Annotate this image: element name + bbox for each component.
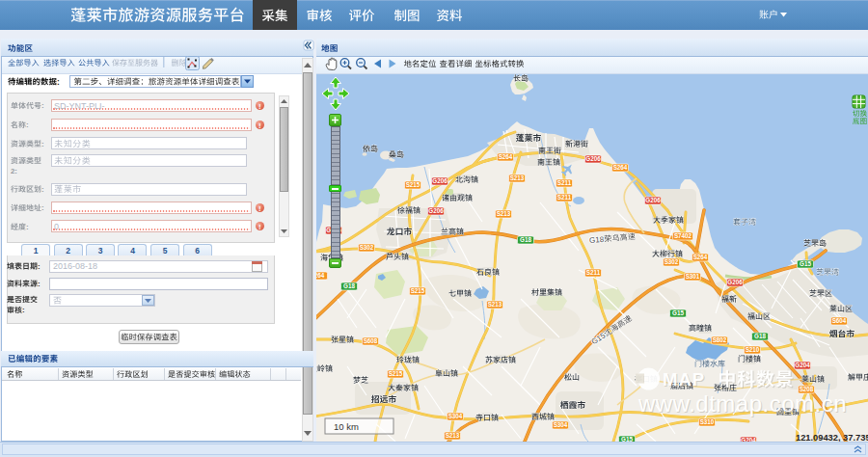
svg-text::: : — [26, 223, 29, 231]
svg-text::: : — [41, 140, 44, 148]
svg-text::: : — [22, 306, 25, 314]
svg-text:5: 5 — [163, 246, 168, 255]
svg-text:1: 1 — [34, 246, 39, 255]
svg-text:!: ! — [258, 102, 261, 111]
svg-text:2: 2 — [66, 246, 70, 255]
svg-text:6: 6 — [195, 246, 200, 255]
svg-text::: : — [41, 203, 44, 212]
svg-text:0: 0 — [54, 222, 59, 231]
svg-text:!: ! — [258, 121, 261, 130]
svg-text::: : — [41, 101, 44, 110]
svg-text::: : — [41, 185, 44, 194]
svg-text:3: 3 — [98, 246, 103, 255]
svg-text:!: ! — [258, 204, 261, 213]
svg-text:!: ! — [258, 223, 261, 231]
svg-text::: : — [38, 280, 41, 288]
svg-text::: : — [26, 121, 29, 129]
svg-text:2:: 2: — [11, 167, 17, 175]
svg-text:4: 4 — [130, 246, 135, 255]
svg-text:2016-08-18: 2016-08-18 — [53, 261, 97, 271]
svg-text::: : — [38, 262, 41, 271]
svg-text::: : — [57, 77, 60, 87]
svg-text:SD-YNT-PLI-: SD-YNT-PLI- — [54, 101, 105, 111]
